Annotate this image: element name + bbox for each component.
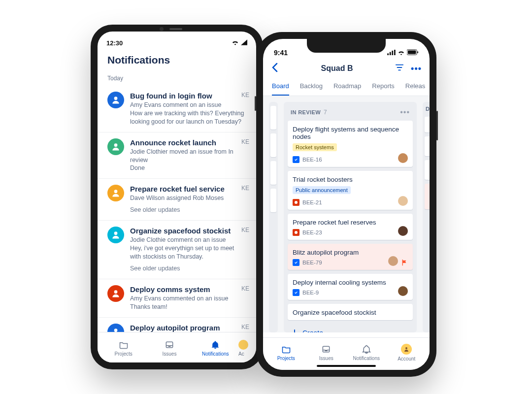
tab-account[interactable]: Ac [238, 340, 253, 357]
android-sensor [160, 28, 194, 31]
board-tab-reports[interactable]: Reports [372, 77, 395, 96]
avatar-icon [107, 227, 124, 243]
notification-item[interactable]: Organize spacefood stockist Jodie Clothi… [98, 220, 256, 279]
avatar-icon [107, 138, 124, 155]
see-older-link[interactable]: See older updates [130, 261, 246, 273]
back-button[interactable] [271, 63, 279, 74]
tab-issues[interactable]: Issues [306, 344, 347, 361]
notification-subtitle: Jodie Clothier moved an issue from In re… [130, 148, 246, 173]
bell-icon [210, 340, 220, 350]
notification-title: Announce rocket launch [130, 138, 246, 147]
tray-icon [165, 340, 174, 350]
see-older-link[interactable]: See older updates [130, 202, 246, 214]
assignee-avatar [398, 286, 408, 296]
status-time: 9:41 [274, 49, 288, 57]
issue-card[interactable]: Deploy internal cooling systemsBEE-9 [288, 274, 413, 300]
svg-point-2 [114, 190, 118, 194]
home-indicator[interactable] [317, 365, 376, 367]
svg-point-15 [295, 231, 298, 234]
filter-icon[interactable] [395, 64, 404, 73]
task-icon [293, 156, 299, 163]
tab-projects[interactable]: Projects [266, 344, 306, 361]
notification-item[interactable]: Deploy comms system Amy Evans commented … [98, 279, 256, 317]
svg-rect-12 [408, 50, 416, 54]
card-title: Deploy internal cooling systems [293, 279, 408, 286]
notification-item[interactable]: Bug found in login flow Amy Evans commen… [98, 86, 256, 132]
svg-rect-7 [387, 53, 389, 55]
tab-label: Ac [238, 351, 244, 357]
tab-label: Issues [319, 356, 333, 361]
project-key: KE [241, 185, 249, 192]
issue-key: BEE-9 [302, 290, 319, 296]
bell-icon [362, 344, 371, 354]
card-list: Deploy flight systems and sequence nodes… [288, 121, 413, 324]
android-tabbar: Projects Issues Notifications Ac [98, 332, 256, 362]
board-tab-releas[interactable]: Releas [405, 77, 425, 96]
issue-key: BEE-16 [302, 157, 322, 163]
create-button[interactable]: Create [288, 324, 413, 332]
section-today: Today [98, 73, 256, 86]
avatar-icon [238, 340, 248, 350]
more-icon[interactable]: ••• [411, 64, 422, 74]
signal-icon [387, 49, 396, 57]
svg-point-4 [114, 290, 118, 294]
status-time: 12:30 [106, 39, 123, 47]
card-title: Trial rocket boosters [293, 176, 408, 183]
board-area[interactable]: IN REVIEW 7 ••• Deploy flight systems an… [263, 96, 430, 332]
tab-label: Notifications [202, 351, 229, 357]
svg-point-3 [114, 231, 118, 235]
notification-subtitle: Amy Evans commented on an issueThanks te… [130, 295, 246, 311]
avatar-icon [107, 92, 124, 108]
prev-column-peek[interactable] [269, 102, 278, 332]
issue-key: BEE-21 [302, 199, 322, 205]
issue-key: BEE-23 [302, 230, 322, 235]
assignee-avatar [398, 153, 408, 163]
column-title: IN REVIEW [291, 109, 321, 115]
assignee-avatar [388, 256, 398, 266]
notification-item[interactable]: Announce rocket launch Jodie Clothier mo… [98, 132, 256, 179]
svg-point-0 [114, 97, 118, 100]
tab-issues[interactable]: Issues [146, 340, 192, 357]
issue-card[interactable]: Prepare rocket fuel reservesBEE-23 [288, 214, 413, 240]
column-count: 7 [324, 109, 327, 116]
tab-label: Notifications [353, 356, 380, 361]
wifi-icon [398, 49, 405, 57]
svg-point-17 [405, 347, 407, 349]
android-screen: 12:30 Notifications Today Bug found in l… [98, 32, 256, 362]
tab-projects[interactable]: Projects [100, 340, 146, 357]
bug-icon [293, 199, 299, 206]
notification-title: Deploy comms system [130, 285, 246, 294]
page-title: Notifications [98, 49, 256, 73]
notification-subtitle: Dave Wilson assigned Rob Moses [130, 194, 246, 202]
iphone-device: 9:41 Squad B •• [256, 32, 436, 377]
issue-card[interactable]: Blitz autopilot programBEE-79 [288, 244, 413, 270]
board-tab-board[interactable]: Board [272, 77, 289, 96]
wifi-icon [232, 39, 239, 47]
tab-account[interactable]: Account [387, 344, 427, 361]
tab-notifications[interactable]: Notifications [346, 344, 387, 361]
issue-card[interactable]: Deploy flight systems and sequence nodes… [288, 121, 413, 167]
card-title: Prepare rocket fuel reserves [293, 219, 408, 226]
flag-icon [401, 259, 408, 266]
issue-label: Public announcement [293, 186, 351, 194]
column-more-icon[interactable]: ••• [400, 108, 410, 117]
issue-card[interactable]: Trial rocket boostersPublic announcement… [288, 171, 413, 210]
iphone-notch [307, 39, 386, 53]
tab-label: Projects [115, 351, 133, 357]
issue-card[interactable]: Organize spacefood stockist [288, 304, 413, 320]
notification-subtitle: Jodie Clothie comment on an issueHey, i'… [130, 236, 246, 261]
create-label: Create [302, 329, 323, 332]
board-tab-roadmap[interactable]: Roadmap [333, 77, 361, 96]
next-column-peek[interactable]: D [423, 102, 430, 332]
project-key: KE [241, 138, 249, 145]
project-key: KE [241, 324, 249, 330]
board-tab-backlog[interactable]: Backlog [300, 77, 323, 96]
tab-notifications[interactable]: Notifications [193, 340, 238, 357]
notification-item[interactable]: Prepare rocket fuel service Dave Wilson … [98, 178, 256, 220]
status-indicators [387, 49, 419, 57]
notification-list: Bug found in login flow Amy Evans commen… [98, 86, 256, 347]
svg-rect-9 [392, 51, 393, 55]
tab-label: Projects [277, 356, 295, 361]
svg-rect-8 [390, 52, 391, 55]
notification-title: Organize spacefood stockist [130, 227, 246, 235]
